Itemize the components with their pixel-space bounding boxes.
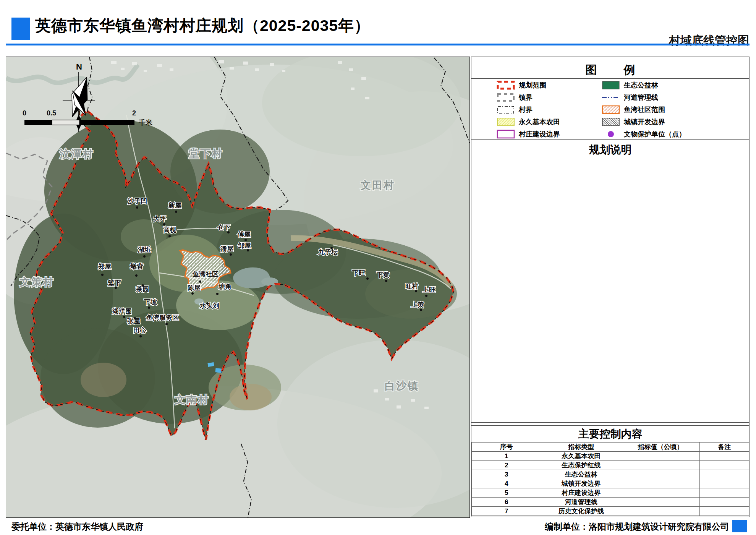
legend-item-heritage-point: 文物保护单位（点） (601, 129, 686, 139)
legend-item-community-range: 鱼湾社区范围 (601, 104, 665, 115)
table-header-row: 序号 指标类型 指标值（公顷） 备注 (472, 443, 749, 452)
scale-unit: 千米 (138, 119, 153, 126)
region-label: 文南村 (175, 394, 209, 405)
table-row: 5村庄建设边界 (472, 488, 749, 498)
info-panel: 图例 规划范围 镇界 村界 永久基本农田 村庄建设边界 生态公益林 河道管理线 … (471, 57, 750, 517)
place-label: 水头刘 (199, 302, 219, 310)
legend-label: 规划范围 (519, 81, 546, 90)
place-label: 鱼湾社区 (192, 271, 219, 278)
planning-range-swatch (496, 81, 515, 90)
place-label: 鱼湾服务区 (146, 314, 179, 321)
place-label: 大坪 (153, 215, 166, 222)
legend-item-eco-forest: 生态公益林 (601, 80, 658, 91)
cell-type: 历史文化保护线 (541, 507, 621, 516)
legend-item-planning-range: 规划范围 (496, 80, 546, 91)
place-label: 旺村 (405, 283, 418, 290)
table-row: 1永久基本农田 (472, 452, 749, 461)
page-title: 英德市东华镇鱼湾村村庄规划（2025-2035年） (35, 15, 370, 36)
legend-item-urban-dev-boundary: 城镇开发边界 (601, 117, 665, 127)
place-label: 湖洋围 (112, 308, 132, 315)
cell-type: 生态公益林 (541, 470, 621, 479)
cell-value (621, 470, 700, 479)
cell-remark (700, 461, 749, 470)
cell-remark (700, 507, 749, 516)
place-label: 郑屋 (98, 263, 111, 270)
place-label: 张屋 (127, 318, 140, 325)
cell-type: 生态保护红线 (541, 461, 621, 470)
cell-value (621, 452, 700, 461)
cell-value (621, 488, 700, 498)
title-rule (6, 44, 750, 45)
control-double-line (471, 422, 749, 426)
table-row: 2生态保护红线 (472, 461, 749, 470)
heritage-point-swatch (601, 130, 620, 139)
title-accent-square (11, 18, 30, 40)
place-label: 新屋 (168, 201, 181, 209)
place-label: 堑下 (108, 279, 121, 287)
scale-tick: 0 (23, 109, 26, 117)
cell-remark (700, 488, 749, 498)
footer-accent-square (732, 520, 747, 532)
col-header-remark: 备注 (700, 443, 749, 452)
place-label: 潘屋 (220, 245, 233, 253)
place-label: 上黄 (411, 301, 424, 308)
cell-no: 4 (472, 479, 541, 488)
cell-value (621, 507, 700, 516)
legend-label: 村庄建设边界 (519, 130, 560, 139)
place-label: 湖坵 (138, 246, 151, 253)
community-range-swatch (601, 105, 620, 114)
cell-type: 河道管理线 (541, 498, 621, 507)
compiling-unit: 编制单位：洛阳市规划建筑设计研究院有限公司 (545, 521, 729, 533)
legend-item-farmland: 永久基本农田 (496, 117, 560, 127)
region-label: 堂下村 (188, 148, 223, 159)
legend-label: 镇界 (519, 93, 533, 102)
place-label: 下旺 (352, 269, 365, 277)
cell-remark (700, 479, 749, 488)
cell-type: 城镇开发边界 (541, 479, 621, 488)
notes-separator-top (471, 139, 749, 140)
cell-type: 永久基本农田 (541, 452, 621, 461)
place-label: 陈屋 (188, 284, 201, 292)
place-label: 仓下 (217, 224, 230, 231)
region-label: 文田村 (360, 180, 395, 191)
legend-label: 生态公益林 (624, 81, 658, 90)
legend-label: 村界 (519, 105, 533, 114)
cell-no: 3 (472, 470, 541, 479)
construction-boundary-swatch (496, 130, 515, 139)
scale-tick: 0.5 (47, 109, 56, 117)
legend-label: 河道管理线 (624, 93, 658, 102)
place-label: 沙子凹 (127, 198, 147, 205)
place-label: 傅屋 (237, 231, 251, 238)
cell-no: 5 (472, 488, 541, 498)
control-table: 序号 指标类型 指标值（公顷） 备注 1永久基本农田 2生态保护红线 3生态公益… (471, 442, 749, 516)
place-label: 邹屋 (238, 242, 251, 249)
col-header-type: 指标类型 (541, 443, 621, 452)
legend-title-right: 例 (624, 63, 635, 76)
cell-no: 6 (472, 498, 541, 507)
north-label: N (76, 62, 82, 71)
cell-no: 1 (472, 452, 541, 461)
river-line-swatch (601, 93, 620, 102)
region-label: 文策村 (19, 276, 54, 288)
region-label: 白沙镇 (385, 380, 419, 392)
place-label: 下黄 (376, 271, 390, 279)
legend-label: 永久基本农田 (519, 117, 560, 126)
legend-title: 图例 (471, 62, 749, 78)
cell-type: 村庄建设边界 (541, 488, 621, 498)
legend-item-town-boundary: 镇界 (496, 92, 533, 103)
urban-dev-boundary-swatch (601, 117, 620, 126)
region-label: 汶潭村 (59, 148, 94, 160)
place-label: 茶园 (136, 285, 149, 293)
cell-no: 7 (472, 507, 541, 516)
place-label: 上旺 (422, 286, 435, 293)
col-header-value: 指标值（公顷） (621, 443, 700, 452)
legend-item-construction-boundary: 村庄建设边界 (496, 129, 560, 139)
place-label: 下坡 (144, 298, 157, 306)
town-boundary-swatch (496, 93, 515, 102)
commissioning-unit: 委托单位：英德市东华镇人民政府 (11, 521, 143, 533)
table-row: 7历史文化保护线 (472, 507, 749, 516)
scale-tick: 2 (132, 109, 136, 117)
col-header-no: 序号 (472, 443, 541, 452)
cell-value (621, 461, 700, 470)
main-control-title: 主要控制内容 (471, 427, 749, 441)
